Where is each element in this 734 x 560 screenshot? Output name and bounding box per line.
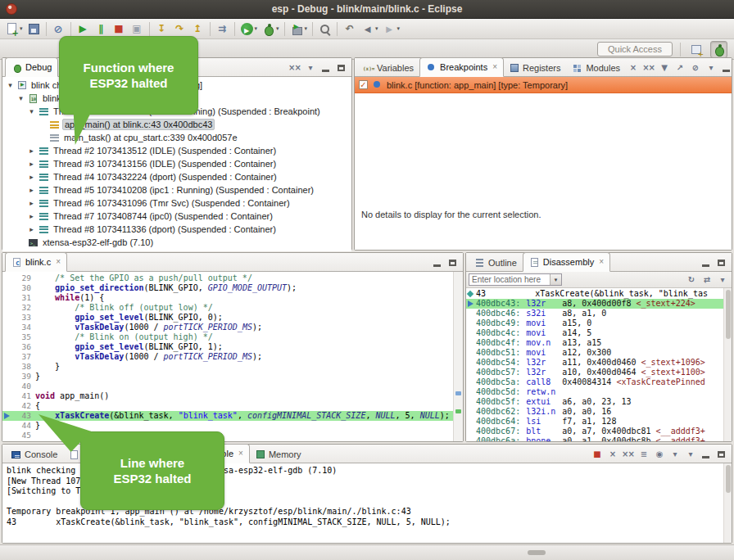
- sync-with-active-debug-context-button[interactable]: ⇄: [700, 273, 714, 287]
- save-button[interactable]: [25, 20, 43, 38]
- code-line[interactable]: 32 /* Blink off (output low) */: [2, 303, 463, 313]
- editor-body[interactable]: 29 /* Set the GPIO as a push/pull output…: [2, 272, 463, 441]
- remove-launch-button[interactable]: ×: [605, 447, 619, 461]
- code-line[interactable]: 42{: [2, 401, 463, 411]
- tab-outline[interactable]: Outline: [469, 255, 523, 271]
- code-line[interactable]: 33 gpio_set_level(BLINK_GPIO, 0);: [2, 313, 463, 323]
- maximize-button[interactable]: [714, 255, 728, 269]
- last-edit-location-button[interactable]: [341, 20, 358, 38]
- tab-console[interactable]: Console: [5, 446, 63, 463]
- back-button[interactable]: ▾: [359, 20, 380, 38]
- maximize-button[interactable]: [714, 447, 728, 461]
- run-button[interactable]: ▾: [238, 20, 260, 38]
- code-line[interactable]: 34 vTaskDelay(1000 / portTICK_PERIOD_MS)…: [2, 323, 463, 332]
- remove-all-breakpoints-button[interactable]: ××: [641, 61, 655, 75]
- open-console-button[interactable]: ▾: [683, 447, 697, 461]
- location-input[interactable]: Enter location here: [469, 275, 550, 284]
- tree-item[interactable]: ▸Thread #3 1073413156 (IDLE) (Suspended …: [2, 157, 351, 170]
- tree-item[interactable]: ▸Thread #6 1073431096 (Tmr Svc) (Suspend…: [2, 196, 351, 210]
- close-icon[interactable]: ×: [492, 63, 497, 71]
- quick-access-button[interactable]: Quick Access: [597, 42, 673, 56]
- disassembly-row[interactable]: 400dbc6a:bnonea0, a1, 0x400dbc8b <__addd…: [466, 436, 732, 441]
- skip-all-breakpoints-button[interactable]: ⊘: [688, 61, 702, 75]
- scroll-lock-button[interactable]: ◉: [652, 447, 666, 461]
- disassembly-body[interactable]: 43 xTaskCreate(&blink_task, "blink_tas40…: [466, 288, 732, 441]
- resume-button[interactable]: [75, 20, 92, 38]
- remove-breakpoint-button[interactable]: ×: [626, 61, 640, 75]
- step-return-button[interactable]: [189, 20, 206, 38]
- disassembly-row[interactable]: 400dbc67:blta0, a7, 0x400dbc81 <__adddf3…: [466, 427, 732, 436]
- chevron-down-icon[interactable]: ▼: [550, 274, 561, 285]
- view-menu-button[interactable]: ▾: [704, 61, 718, 75]
- minimize-button[interactable]: [319, 61, 333, 75]
- tree-item[interactable]: ▸Thread #8 1073411336 (dport) (Suspended…: [2, 223, 351, 236]
- location-combo[interactable]: Enter location here ▼: [469, 273, 562, 286]
- tab-debug[interactable]: Debug: [5, 57, 58, 77]
- disassembly-row[interactable]: 400dbc57:l32ra10, 0x400d0464 <_stext+110…: [466, 368, 732, 377]
- search-button[interactable]: [316, 20, 333, 38]
- close-icon[interactable]: ×: [599, 258, 604, 266]
- disassembly-row[interactable]: 400dbc5d:retw.n: [466, 387, 732, 397]
- code-line[interactable]: 36 gpio_set_level(BLINK_GPIO, 1);: [2, 342, 463, 352]
- new-wizard-button[interactable]: ▾: [3, 20, 25, 38]
- code-line[interactable]: 37 vTaskDelay(1000 / portTICK_PERIOD_MS)…: [2, 352, 463, 362]
- tab-modules[interactable]: Modules: [566, 60, 626, 76]
- instruction-stepping-button[interactable]: [214, 20, 231, 38]
- tab-variables[interactable]: Variables: [357, 60, 419, 76]
- disassembly-row[interactable]: 400dbc5a:call80x40084314 <xTaskCreatePin…: [466, 377, 732, 387]
- minimize-button[interactable]: [719, 61, 733, 75]
- disassembly-row[interactable]: 400dbc54:l32ra11, 0x400d0460 <_stext+109…: [466, 358, 732, 368]
- tree-item[interactable]: xtensa-esp32-elf-gdb (7.10): [2, 236, 351, 249]
- tree-item[interactable]: ▸Thread #5 1073410208 (ipc1 : Running) (…: [2, 183, 351, 196]
- display-selected-console-button[interactable]: ▾: [668, 447, 682, 461]
- breakpoint-checkbox[interactable]: [359, 80, 368, 89]
- disassembly-row[interactable]: 400dbc43:l32ra8, 0x400d00f8 <_stext+224>: [466, 299, 732, 309]
- breakpoint-item[interactable]: blink.c [function: app_main] [type: Temp…: [355, 77, 732, 93]
- tab-memory[interactable]: Memory: [250, 446, 307, 463]
- disassembly-row[interactable]: 400dbc64:lsif7, a1, 128: [466, 417, 732, 427]
- code-line[interactable]: 40: [2, 382, 463, 391]
- forward-button[interactable]: ▾: [381, 20, 402, 38]
- view-menu-button[interactable]: ▾: [303, 61, 317, 75]
- external-tools-button[interactable]: ▾: [288, 20, 310, 38]
- disassembly-row[interactable]: 400dbc46:s32ia8, a1, 0: [466, 309, 732, 318]
- tree-item[interactable]: ▸Thread #7 1073408744 (ipc0) (Suspended …: [2, 210, 351, 223]
- minimize-button[interactable]: [699, 447, 713, 461]
- code-line[interactable]: 39}: [2, 372, 463, 382]
- code-line[interactable]: 35 /* Blink on (output high) */: [2, 332, 463, 342]
- remove-all-terminated-button[interactable]: ××: [288, 61, 301, 75]
- tab-breakpoints[interactable]: Breakpoints×: [419, 57, 504, 77]
- maximize-button[interactable]: [446, 255, 460, 269]
- disconnect-button[interactable]: [129, 20, 146, 38]
- clear-console-button[interactable]: ≡: [637, 447, 650, 461]
- tab-disassembly[interactable]: Disassembly×: [523, 252, 610, 272]
- scrollbar[interactable]: [723, 463, 732, 543]
- scrollbar[interactable]: [723, 288, 732, 441]
- maximize-button[interactable]: [334, 61, 348, 75]
- disassembly-row[interactable]: 400dbc51:movia12, 0x300: [466, 348, 732, 358]
- show-breakpoints-for-button[interactable]: ▼: [657, 61, 671, 75]
- go-to-file-for-breakpoint-button[interactable]: ↗: [673, 61, 686, 75]
- scrollbar-thumb[interactable]: [726, 465, 731, 493]
- disassembly-row[interactable]: 400dbc4c:movia14, 5: [466, 328, 732, 338]
- tree-item[interactable]: main_task() at cpu_start.c:339 0x400d057…: [2, 131, 351, 144]
- code-line[interactable]: 43 xTaskCreate(&blink_task, "blink_task"…: [2, 411, 463, 421]
- code-line[interactable]: 41void app_main(): [2, 391, 463, 401]
- suspend-button[interactable]: [93, 20, 110, 38]
- terminate-process-button[interactable]: ■: [590, 447, 604, 461]
- code-area[interactable]: 29 /* Set the GPIO as a push/pull output…: [2, 272, 463, 440]
- code-line[interactable]: 29 /* Set the GPIO as a push/pull output…: [2, 273, 463, 283]
- tab-registers[interactable]: Registers: [504, 60, 566, 76]
- step-into-button[interactable]: [153, 20, 170, 38]
- disassembly-row[interactable]: 400dbc49:movia15, 0: [466, 318, 732, 328]
- disassembly-row[interactable]: 400dbc5f:extuia6, a0, 23, 13: [466, 397, 732, 407]
- step-over-button[interactable]: [171, 20, 188, 38]
- disassembly-row[interactable]: 400dbc4f:mov.na13, a15: [466, 338, 732, 348]
- code-line[interactable]: 30 gpio_set_direction(BLINK_GPIO, GPIO_M…: [2, 283, 463, 293]
- debug-perspective-button[interactable]: [710, 41, 727, 58]
- remove-all-terminated-launches-button[interactable]: ××: [621, 447, 635, 461]
- terminate-button[interactable]: [111, 20, 128, 38]
- horizontal-scrollbar-thumb[interactable]: [528, 550, 546, 555]
- scrollbar-thumb[interactable]: [726, 290, 731, 339]
- code-line[interactable]: 31 while(1) {: [2, 293, 463, 303]
